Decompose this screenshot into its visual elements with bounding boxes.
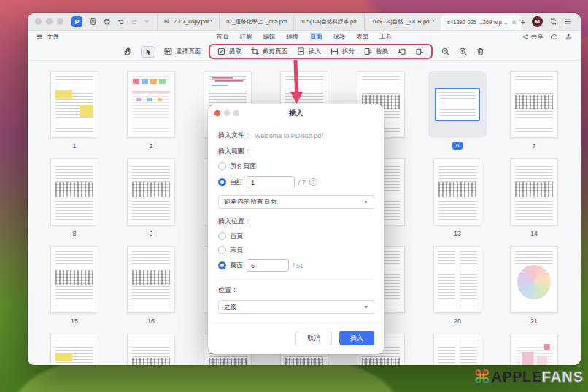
page-thumbnail-21[interactable] — [510, 246, 558, 313]
range-mode-select[interactable]: 範圍內的所有頁面 ▼ — [218, 195, 374, 209]
page-thumbnail-28[interactable] — [510, 334, 558, 365]
page-thumbnail-23[interactable] — [127, 334, 175, 365]
document-tab-label: 07_選修化學上.._ch5.pdf — [226, 18, 287, 26]
ribbon-tab-註解[interactable]: 註解 — [240, 33, 252, 42]
cursor-tool[interactable] — [141, 46, 155, 58]
page-thumbnail-9[interactable] — [127, 158, 175, 226]
ribbon-bar: 文件 首頁註解編輯轉換頁面保護表單工具 共享 — [28, 31, 581, 43]
insert-dialog: 插入 插入文件： Welcome to PDNob.pdf 插入範圍： 所有頁面… — [208, 104, 384, 354]
radio-selected-icon[interactable] — [218, 261, 226, 269]
page-thumbnail-22[interactable] — [50, 334, 98, 365]
page-number-label: 20 — [454, 318, 461, 325]
command-icon: ⌘ — [473, 368, 490, 386]
document-tab-3[interactable]: 105(1-4)自然科課本.pdf — [293, 13, 364, 30]
location-value: 之後 — [224, 302, 237, 312]
sync-icon[interactable] — [549, 18, 557, 26]
page-thumbnail-cell-13: 13 — [422, 158, 492, 246]
page-number-label: 14 — [530, 230, 538, 237]
extract-button[interactable]: 提取 — [217, 47, 241, 56]
document-tab-4[interactable]: 105(1-4)自然.._OCR.pdf * — [364, 13, 441, 30]
page-number-label: 7 — [532, 142, 535, 150]
cloud-icon[interactable] — [550, 33, 558, 41]
page-thumbnail-15[interactable] — [50, 246, 98, 313]
minimize-window-icon[interactable] — [46, 18, 53, 25]
menu-icon[interactable] — [564, 18, 572, 26]
radio-custom-range[interactable]: 自訂 1 / 7 ? — [218, 176, 374, 188]
radio-all-pages[interactable]: 所有頁面 — [218, 161, 374, 171]
ribbon-tab-編輯[interactable]: 編輯 — [263, 33, 276, 42]
zoom-window-icon[interactable] — [57, 18, 63, 25]
ribbon-tab-工具[interactable]: 工具 — [380, 33, 392, 42]
page-thumbnail-cell-21: 21 — [499, 246, 569, 334]
print-icon[interactable] — [103, 18, 111, 26]
rotate-right-icon — [415, 47, 425, 56]
page-thumbnail-6[interactable] — [435, 88, 480, 121]
undo-icon[interactable] — [117, 18, 125, 26]
watermark-brand-bold: APPLE — [491, 369, 541, 385]
hand-icon — [123, 47, 133, 56]
replace-button[interactable]: 替換 — [363, 47, 388, 56]
help-icon[interactable]: ? — [309, 178, 317, 186]
collapse-toolbar-icon[interactable] — [565, 33, 573, 41]
page-thumbnail-cell-6: 6 — [422, 71, 492, 158]
avatar[interactable]: M — [532, 16, 543, 27]
page-number-input[interactable]: 6 — [247, 259, 289, 272]
cancel-button[interactable]: 取消 — [295, 331, 332, 345]
page-number-label: 1 — [72, 142, 76, 150]
delete-button[interactable] — [476, 47, 485, 56]
insert-button[interactable]: 插入 — [339, 331, 374, 345]
ribbon-tab-表單[interactable]: 表單 — [357, 33, 369, 42]
share-button[interactable]: 共享 — [522, 33, 543, 42]
page-thumbnail-13[interactable] — [433, 158, 481, 226]
custom-label: 自訂 — [230, 177, 243, 187]
location-select[interactable]: 之後 ▼ — [218, 300, 374, 314]
radio-page-number[interactable]: 頁面 6 / 51 — [218, 259, 374, 272]
radio-selected-icon[interactable] — [218, 178, 226, 186]
document-tab-label: s41392-025-...269-w.pdf * — [447, 19, 508, 26]
hand-tool[interactable] — [123, 47, 133, 56]
page-thumbnail-cell-23: 23 — [116, 334, 186, 365]
page-thumbnail-cell-1: 1 — [39, 71, 109, 158]
crop-button[interactable]: 截剪頁面 — [250, 47, 287, 56]
split-icon — [330, 47, 339, 56]
radio-icon[interactable] — [218, 162, 226, 170]
select-pages-button[interactable]: 選擇頁面 — [163, 47, 201, 56]
page-thumbnail-cell-14: 14 — [499, 158, 569, 246]
page-thumbnail-20[interactable] — [433, 246, 481, 313]
page-thumbnail-2[interactable] — [127, 71, 175, 138]
selected-page-number-badge: 6 — [452, 142, 463, 150]
selected-thumbnail-frame[interactable] — [428, 71, 487, 138]
custom-range-total: / 7 — [298, 179, 306, 186]
custom-range-input[interactable]: 1 — [247, 176, 295, 188]
ribbon-tab-首頁[interactable]: 首頁 — [217, 33, 229, 42]
document-tab-2[interactable]: 07_選修化學上.._ch5.pdf — [219, 13, 293, 30]
new-tab-button[interactable]: + — [514, 13, 532, 30]
insert-button[interactable]: 插入 — [296, 47, 321, 56]
page-thumbnail-7[interactable] — [510, 71, 558, 138]
rotate-left-button[interactable] — [397, 47, 406, 56]
zoom-in-button[interactable] — [458, 47, 468, 56]
page-thumbnail-27[interactable] — [433, 334, 481, 365]
ribbon-tab-轉換[interactable]: 轉換 — [287, 33, 299, 42]
radio-first-page[interactable]: 首頁 — [218, 231, 374, 241]
close-window-icon[interactable] — [35, 18, 42, 25]
rotate-right-button[interactable] — [415, 47, 425, 56]
document-tab-1[interactable]: BC 2007_copy.pdf * — [157, 13, 219, 30]
page-thumbnail-16[interactable] — [127, 246, 175, 313]
new-doc-icon[interactable] — [89, 18, 97, 26]
page-label: 頁面 — [230, 261, 243, 270]
page-thumbnail-1[interactable] — [50, 71, 98, 138]
radio-icon[interactable] — [218, 232, 226, 240]
redo-icon[interactable] — [131, 18, 139, 26]
page-thumbnail-14[interactable] — [510, 158, 558, 226]
chevron-down-icon[interactable] — [144, 19, 150, 24]
zoom-out-button[interactable] — [441, 47, 450, 56]
replace-icon — [363, 47, 373, 56]
radio-icon[interactable] — [218, 246, 226, 254]
ribbon-tab-頁面[interactable]: 頁面 — [310, 33, 322, 42]
radio-last-page[interactable]: 末頁 — [218, 245, 374, 255]
ribbon-tab-保護[interactable]: 保護 — [333, 33, 346, 42]
split-button[interactable]: 拆分 — [330, 47, 355, 56]
page-thumbnail-8[interactable] — [50, 158, 98, 226]
document-tab-5[interactable]: s41392-025-...269-w.pdf *× — [441, 15, 522, 30]
